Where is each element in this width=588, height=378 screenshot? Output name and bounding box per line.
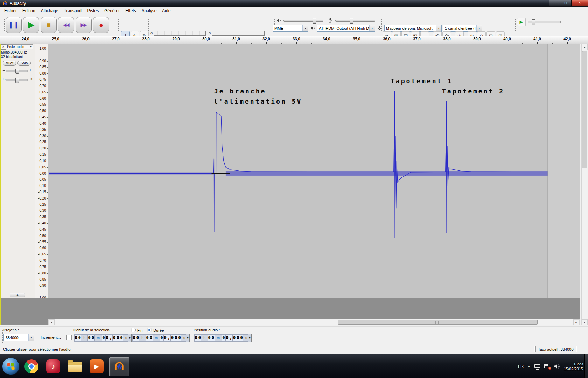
pause-button[interactable]: ❙❙ — [6, 17, 22, 33]
horizontal-scroll-thumb[interactable] — [338, 320, 538, 325]
menu-fichier[interactable]: Fichier — [1, 7, 20, 14]
scroll-up-arrow[interactable]: ▲ — [582, 44, 588, 50]
scroll-left-arrow[interactable]: ◄ — [49, 319, 55, 325]
time-field-segment[interactable]: h — [83, 335, 86, 341]
tray-clock[interactable]: 13:23 15/02/2015 — [564, 362, 583, 371]
time-field-segment[interactable] — [159, 335, 160, 341]
time-field-segment[interactable]: m — [96, 335, 100, 341]
scroll-down-arrow[interactable]: ▼ — [582, 319, 588, 325]
time-field-segment[interactable] — [100, 335, 102, 341]
end-radio-label[interactable]: Fin — [137, 328, 142, 332]
snap-to-checkbox[interactable] — [66, 335, 72, 340]
show-desktop-button[interactable] — [584, 354, 588, 378]
track-close-button[interactable]: × — [1, 44, 6, 50]
playback-speed-thumb[interactable] — [532, 19, 536, 25]
time-field-segment[interactable]: 0 — [106, 335, 109, 341]
output-volume-slider[interactable] — [284, 20, 323, 22]
input-device-dropdown[interactable]: Mappeur de sons Microsoft - I ▼ — [384, 24, 442, 32]
menu-générer[interactable]: Générer — [102, 7, 122, 14]
tray-expand-icon[interactable]: ▲ — [527, 365, 531, 368]
menu-bar[interactable]: FichierEditionAffichageTransportPistesGé… — [0, 7, 588, 15]
time-field-segment[interactable] — [144, 335, 146, 341]
gain-slider-thumb[interactable] — [15, 69, 19, 74]
time-field-segment[interactable]: 0 — [240, 335, 243, 341]
pan-slider-thumb[interactable] — [15, 78, 19, 83]
taskbar-explorer-button[interactable] — [66, 357, 84, 376]
time-field-segment[interactable]: 0 — [78, 335, 81, 341]
input-channels-dropdown[interactable]: 1 canal d'entrée (I ▼ — [443, 24, 482, 32]
time-field-segment[interactable]: 0 — [91, 335, 94, 341]
gain-slider[interactable] — [6, 70, 28, 72]
solo-button[interactable]: Solo — [18, 61, 31, 66]
vertical-scroll-thumb[interactable] — [582, 51, 587, 168]
time-field-segment[interactable]: 0 — [195, 335, 198, 341]
menu-aide[interactable]: Aide — [159, 7, 173, 14]
end-radio[interactable] — [131, 328, 136, 332]
time-field-segment[interactable]: 0 — [236, 335, 239, 341]
time-field-segment[interactable] — [86, 335, 88, 341]
time-field-segment[interactable]: h — [203, 335, 206, 341]
time-field-segment[interactable]: 0 — [171, 335, 174, 341]
time-field-segment[interactable]: s — [125, 335, 128, 341]
time-field-arrow[interactable]: ▼ — [128, 334, 131, 342]
pan-slider[interactable] — [6, 79, 28, 81]
audio-host-dropdown[interactable]: MME ▼ — [273, 24, 308, 32]
play-at-speed-button[interactable]: ▶ — [517, 18, 526, 26]
time-field-segment[interactable]: 0 — [136, 335, 139, 341]
volume-icon[interactable] — [554, 364, 560, 369]
output-device-dropdown[interactable]: ATI HDMI Output (ATI High De ▼ — [317, 24, 375, 32]
language-indicator[interactable]: FR — [518, 364, 524, 369]
mute-button[interactable]: Muet — [3, 61, 16, 66]
dropdown-arrow-icon[interactable]: ▼ — [436, 25, 441, 31]
skip-to-end-button[interactable]: ▶▶ — [76, 17, 92, 33]
play-button[interactable]: ▶ — [23, 17, 39, 33]
time-field-segment[interactable]: 0 — [120, 335, 123, 341]
time-field-segment[interactable]: 0 — [133, 335, 136, 341]
action-center-flag-icon[interactable]: × — [544, 364, 550, 369]
track-title-dropdown[interactable]: Piste audio ▼ — [6, 44, 33, 49]
time-field-segment[interactable]: 0 — [160, 335, 163, 341]
skip-to-start-button[interactable]: ◀◀ — [58, 17, 74, 33]
length-radio[interactable] — [147, 328, 152, 332]
menu-effets[interactable]: Effets — [122, 7, 139, 14]
time-field-segment[interactable]: 0 — [226, 335, 229, 341]
input-volume-slider[interactable] — [335, 20, 375, 22]
time-field-segment[interactable]: m — [154, 335, 159, 341]
time-field-segment[interactable]: 0 — [88, 335, 91, 341]
input-volume-thumb[interactable] — [350, 18, 354, 24]
dropdown-arrow-icon[interactable]: ▼ — [28, 334, 34, 341]
time-field-arrow[interactable]: ▼ — [248, 334, 251, 342]
time-field-segment[interactable]: s — [183, 335, 186, 341]
time-field-segment[interactable]: h — [141, 335, 144, 341]
start-button[interactable] — [2, 358, 20, 375]
close-button[interactable]: × — [571, 0, 588, 6]
time-field-segment[interactable]: 0 — [164, 335, 167, 341]
taskbar-audacity-button[interactable] — [109, 357, 130, 376]
time-field-segment[interactable]: 0 — [116, 335, 119, 341]
vertical-ruler[interactable]: 1,000,900,850,800,750,700,650,600,550,50… — [35, 44, 48, 298]
dropdown-arrow-icon[interactable]: ▼ — [302, 25, 308, 31]
time-field-segment[interactable]: 0 — [211, 335, 215, 341]
time-field-segment[interactable]: 0 — [198, 335, 201, 341]
time-field-segment[interactable]: s — [245, 335, 248, 341]
menu-transport[interactable]: Transport — [61, 7, 85, 14]
time-field-segment[interactable] — [220, 335, 222, 341]
project-rate-dropdown[interactable]: 384000 ▼ — [4, 334, 34, 341]
record-button[interactable]: ● — [93, 17, 109, 33]
time-field-segment[interactable]: , — [167, 335, 170, 341]
menu-analyse[interactable]: Analyse — [139, 7, 160, 14]
time-field-segment[interactable]: 0 — [149, 335, 153, 341]
menu-pistes[interactable]: Pistes — [84, 7, 102, 14]
time-field-segment[interactable]: 0 — [75, 335, 78, 341]
scroll-right-arrow[interactable]: ► — [573, 319, 579, 325]
time-field-segment[interactable] — [206, 335, 208, 341]
maximize-button[interactable]: □ — [560, 0, 571, 6]
taskbar-media-player-button[interactable]: ▶ — [88, 357, 106, 376]
time-field-segment[interactable]: 0 — [233, 335, 236, 341]
time-field-segment[interactable]: 0 — [102, 335, 105, 341]
waveform-area[interactable] — [48, 44, 580, 298]
menu-affichage[interactable]: Affichage — [38, 7, 61, 14]
taskbar-music-player-button[interactable]: ♪ — [44, 357, 62, 376]
collapse-track-button[interactable]: ▲ — [10, 293, 25, 298]
timeline-ruler[interactable]: 24,025,026,027,028,029,030,031,032,033,0… — [0, 36, 588, 44]
